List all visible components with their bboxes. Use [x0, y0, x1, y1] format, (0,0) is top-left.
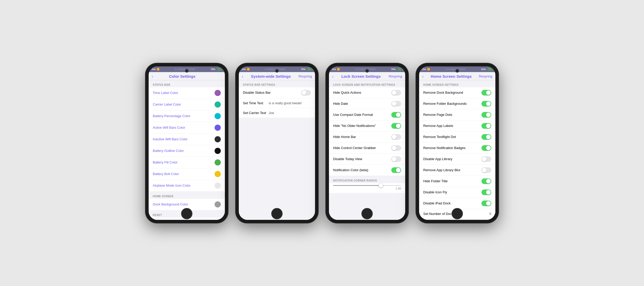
row-label: Disable Today View	[333, 157, 362, 161]
toggle-switch[interactable]	[391, 112, 401, 118]
settings-row: Hide Folder Title	[419, 176, 495, 187]
slider-track[interactable]	[333, 185, 401, 186]
content-area: STATUS BAR SETTINGS Disable Status Bar S…	[239, 80, 315, 220]
color-dot[interactable]	[215, 90, 221, 96]
color-dot[interactable]	[215, 171, 221, 177]
toggle-switch[interactable]	[301, 90, 311, 96]
phone-screen: Joe 📶 is a really good tweak! 91% ‹ Home…	[419, 66, 495, 220]
status-right: 91%	[481, 68, 492, 71]
settings-row: Battery Percentage Color	[149, 110, 225, 122]
row-label: Notification Color (beta)	[333, 168, 368, 172]
settings-row: Remove Folder Backgrounds	[419, 98, 495, 109]
home-button[interactable]	[271, 208, 283, 219]
toggle-switch[interactable]	[391, 167, 401, 173]
nav-bar: ‹ Lock Screen Settings Respring	[329, 72, 405, 80]
respring-button[interactable]: Respring	[299, 74, 312, 78]
toggle-switch[interactable]	[391, 90, 401, 96]
field-value[interactable]: is a really good tweak!	[269, 101, 302, 105]
section-header: STATUS BAR SETTINGS	[239, 80, 315, 87]
phone-screen: Joe 📶 is a really good tweak! 70% ‹ Lock…	[329, 66, 405, 220]
color-dot[interactable]	[215, 148, 221, 154]
row-label: Remove Testflight Dot	[423, 135, 456, 139]
row-label: Hide Date	[333, 102, 348, 106]
color-dot[interactable]	[215, 159, 221, 166]
section-header: HOME SCREEN	[149, 192, 225, 199]
field-label: Set Carrier Text	[243, 111, 269, 115]
battery-icon	[397, 68, 402, 71]
settings-row: Remove App Library Blur	[419, 165, 495, 176]
settings-row: Remove App Labels	[419, 120, 495, 132]
respring-button[interactable]: Respring	[389, 74, 402, 78]
settings-row: Remove Dock Background	[419, 87, 495, 98]
toggle-switch[interactable]	[481, 101, 491, 107]
respring-button[interactable]: Respring	[479, 74, 492, 78]
status-left: Joe 📶	[422, 68, 430, 71]
section-header: NOTIFICATION CORNER RADIUS	[329, 176, 405, 183]
settings-group: Disable Status Bar Set Time Text is a re…	[239, 87, 315, 118]
row-label: Battery Percentage Color	[153, 114, 190, 118]
slider-fill	[333, 185, 381, 186]
settings-group: Remove Dock Background Remove Folder Bac…	[419, 87, 495, 219]
home-button[interactable]	[181, 208, 192, 219]
carrier-text: Joe	[332, 68, 336, 71]
toggle-switch[interactable]	[481, 167, 491, 173]
status-bar: Joe 📶 is a really good tweak! 70%	[329, 66, 405, 72]
settings-row: Airplane Mode Icon Color	[149, 180, 225, 191]
home-button[interactable]	[361, 208, 373, 219]
toggle-switch[interactable]	[481, 112, 491, 118]
color-dot[interactable]	[215, 136, 221, 142]
wifi-icon: 📶	[247, 68, 250, 71]
row-label: Remove App Labels	[423, 124, 453, 128]
toggle-switch[interactable]	[391, 134, 401, 140]
toggle-switch[interactable]	[481, 123, 491, 129]
color-dot[interactable]	[215, 125, 221, 131]
row-label: Inactive Wifi Bars Color	[153, 137, 188, 141]
battery-icon	[307, 68, 312, 71]
nav-bar: ‹ System-wide Settings Respring	[239, 72, 315, 80]
row-label: Hide Quick Actions	[333, 91, 361, 94]
row-label: Battery Fill Color	[153, 160, 177, 164]
row-label: Dock Background Color	[153, 202, 188, 206]
color-dot[interactable]	[215, 183, 221, 189]
status-center-text: is a really good tweak!	[265, 68, 285, 70]
settings-row: Hide Home Bar	[329, 132, 405, 143]
color-dot[interactable]	[215, 101, 221, 108]
toggle-switch[interactable]	[391, 145, 401, 151]
battery-icon	[487, 68, 492, 71]
row-label: Remove Notification Badges	[423, 146, 465, 150]
field-value[interactable]: Joe	[269, 111, 274, 115]
nav-bar: ‹ Home Screen Settings Respring	[419, 72, 495, 80]
phones-container: Joe 📶 is a really good tweak! 70% ‹ Colo…	[146, 63, 498, 223]
toggle-switch[interactable]	[391, 101, 401, 107]
settings-row: Battery Fill Color	[149, 157, 225, 168]
status-left: Joe 📶	[242, 68, 250, 71]
text-field-row: Set Time Text is a really good tweak!	[239, 98, 315, 108]
home-button[interactable]	[452, 208, 463, 219]
content-area: STATUS BAR Time Label Color Carrier Labe…	[149, 80, 225, 220]
toggle-switch[interactable]	[481, 178, 491, 184]
status-center-text: is a really good tweak!	[445, 68, 466, 70]
battery-percent: 70%	[391, 68, 396, 71]
toggle-switch[interactable]	[391, 123, 401, 129]
toggle-switch[interactable]	[481, 201, 491, 206]
color-dot[interactable]	[215, 201, 221, 207]
color-dot[interactable]	[215, 113, 221, 119]
toggle-switch[interactable]	[481, 156, 491, 162]
settings-row: Inactive Wifi Bars Color	[149, 134, 225, 145]
toggle-switch[interactable]	[391, 156, 401, 162]
settings-row: Battery Outline Color	[149, 145, 225, 157]
toggle-switch[interactable]	[481, 90, 491, 96]
phone-home-screen-settings: Joe 📶 is a really good tweak! 91% ‹ Home…	[416, 63, 498, 223]
slider-thumb[interactable]	[379, 183, 383, 188]
toggle-switch[interactable]	[481, 134, 491, 140]
settings-row: Disable Status Bar	[239, 87, 315, 98]
field-label: Set Time Text	[243, 101, 269, 105]
content-area: LOCK SCREEN AND NOTIFICATION SETTINGS Hi…	[329, 80, 405, 220]
phone-system-wide-settings: Joe 📶 is a really good tweak! 70% ‹ Syst…	[236, 63, 318, 223]
toggle-switch[interactable]	[481, 145, 491, 151]
settings-row: Hide Date	[329, 98, 405, 109]
row-label: Remove App Library Blur	[423, 168, 461, 172]
nav-title: Lock Screen Settings	[333, 74, 389, 79]
toggle-switch[interactable]	[481, 189, 491, 195]
row-label: Battery Outline Color	[153, 149, 184, 153]
